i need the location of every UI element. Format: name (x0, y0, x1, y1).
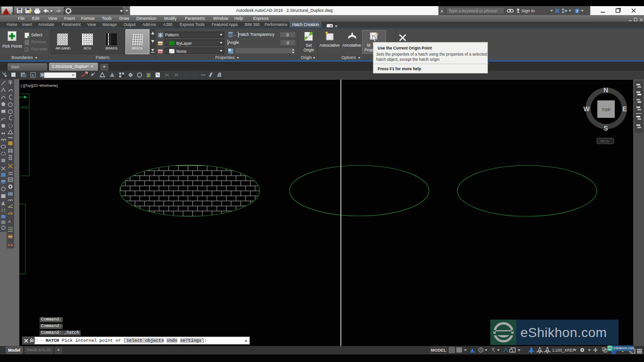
svg-text:TOP: TOP (602, 107, 610, 112)
svg-text:N: N (603, 86, 608, 94)
svg-text:W: W (583, 105, 590, 113)
svg-text:S: S (603, 124, 608, 132)
svg-text:A: A (8, 219, 11, 224)
svg-text:WCS: WCS (600, 139, 609, 143)
svg-text:?: ? (576, 9, 578, 14)
svg-text:E: E (622, 105, 627, 113)
svg-text:1:100_XREF: 1:100_XREF (552, 348, 575, 353)
svg-text:A: A (1, 201, 5, 206)
svg-text:a: a (32, 73, 34, 77)
